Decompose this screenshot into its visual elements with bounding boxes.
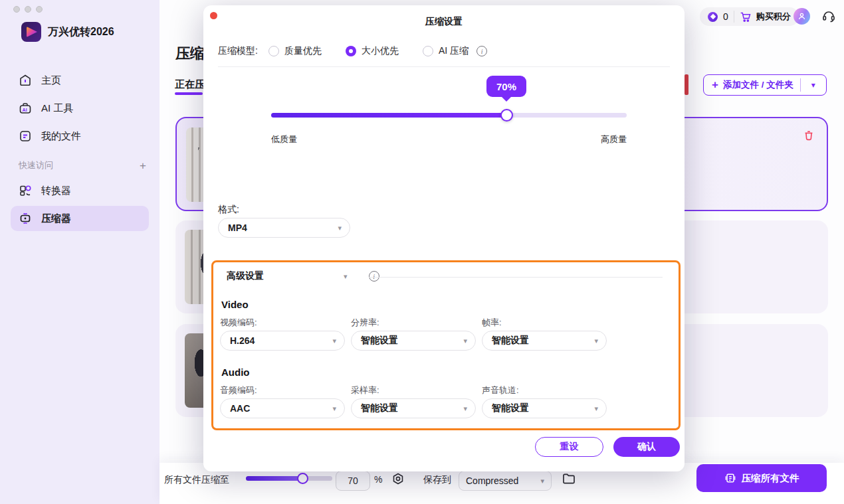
credits-pill[interactable]: 0 购买积分 bbox=[700, 7, 799, 26]
chevron-down-icon: ▾ bbox=[463, 337, 467, 345]
percent-input[interactable] bbox=[336, 471, 370, 491]
quick-access-label: 快速访问 bbox=[19, 159, 53, 171]
minimize-window-icon[interactable] bbox=[25, 6, 31, 13]
compression-settings-dialog: 压缩设置 压缩模型: 质量优先 大小优先 AI 压缩 i 70% 低质量 高质量… bbox=[203, 5, 685, 471]
converter-icon bbox=[19, 184, 32, 197]
resolution-label: 分辨率: bbox=[351, 317, 379, 329]
confirm-button[interactable]: 确认 bbox=[613, 437, 680, 457]
window-controls[interactable] bbox=[13, 6, 45, 13]
sidebar-item-my-files[interactable]: 我的文件 bbox=[11, 124, 149, 149]
audio-section-title: Audio bbox=[221, 367, 250, 378]
sidebar-item-home[interactable]: 主页 bbox=[11, 68, 149, 93]
radio-size-first[interactable]: 大小优先 bbox=[346, 45, 399, 57]
chevron-down-icon: ▾ bbox=[338, 224, 342, 232]
sidebar-item-label: 压缩器 bbox=[41, 212, 71, 225]
radio-label: AI 压缩 bbox=[439, 45, 469, 57]
close-window-icon[interactable] bbox=[13, 6, 20, 13]
chevron-down-icon: ▾ bbox=[540, 477, 544, 485]
quick-access-add-icon[interactable]: + bbox=[140, 160, 146, 171]
sidebar-item-label: 我的文件 bbox=[41, 130, 81, 143]
samplerate-value: 智能设置 bbox=[361, 402, 463, 414]
percent-sign: % bbox=[374, 474, 382, 485]
settings-icon[interactable] bbox=[391, 472, 405, 487]
radio-icon[interactable] bbox=[423, 46, 433, 56]
save-to-label: 保存到 bbox=[423, 474, 451, 486]
audiotrack-select[interactable]: 智能设置 ▾ bbox=[482, 398, 607, 418]
compress-file-icon bbox=[724, 472, 736, 484]
stop-button-edge[interactable] bbox=[685, 74, 688, 95]
info-icon[interactable]: i bbox=[369, 271, 379, 282]
radio-ai-compress[interactable]: AI 压缩 bbox=[423, 45, 469, 57]
audio-codec-select[interactable]: AAC ▾ bbox=[220, 398, 345, 418]
chevron-down-icon: ▾ bbox=[594, 404, 598, 413]
sidebar-item-label: 主页 bbox=[41, 74, 61, 87]
cart-icon bbox=[740, 11, 751, 23]
sidebar: 万兴优转2026 主页 AI AI 工具 我的文件 快速访问 + 转换器 压缩器 bbox=[0, 0, 159, 504]
headset-icon bbox=[821, 9, 836, 23]
slider-handle[interactable] bbox=[297, 473, 308, 484]
trash-icon[interactable] bbox=[803, 129, 815, 141]
radio-label: 大小优先 bbox=[362, 45, 399, 57]
ai-tools-icon: AI bbox=[19, 102, 32, 115]
plus-icon: + bbox=[712, 78, 718, 92]
audio-codec-label: 音频编码: bbox=[220, 384, 257, 396]
folder-icon[interactable] bbox=[562, 471, 576, 486]
framerate-value: 智能设置 bbox=[492, 335, 594, 347]
tab-underline bbox=[175, 92, 203, 95]
compression-model-label: 压缩模型: bbox=[218, 45, 258, 57]
sidebar-item-ai-tools[interactable]: AI AI 工具 bbox=[11, 96, 149, 121]
chevron-down-icon: ▾ bbox=[594, 337, 598, 345]
dialog-title: 压缩设置 bbox=[203, 16, 685, 28]
audiotrack-value: 智能设置 bbox=[492, 402, 594, 414]
audiotrack-label: 声音轨道: bbox=[482, 384, 519, 396]
compressor-icon bbox=[19, 212, 32, 225]
format-select[interactable]: MP4 ▾ bbox=[218, 218, 350, 238]
sidebar-item-converter[interactable]: 转换器 bbox=[11, 178, 149, 203]
page-title: 压缩 bbox=[175, 44, 205, 64]
slider-handle[interactable] bbox=[500, 109, 513, 122]
advanced-settings-label[interactable]: 高级设置 bbox=[227, 270, 264, 282]
radio-icon[interactable] bbox=[268, 46, 279, 56]
my-files-icon bbox=[19, 129, 32, 143]
advanced-settings-panel: 高级设置 ▾ i Video 视频编码: 分辨率: 帧率: H.264 ▾ 智能… bbox=[211, 260, 681, 430]
radio-selected-icon[interactable] bbox=[346, 46, 356, 56]
compress-all-button[interactable]: 压缩所有文件 bbox=[696, 464, 827, 492]
radio-quality-first[interactable]: 质量优先 bbox=[268, 45, 322, 57]
video-codec-select[interactable]: H.264 ▾ bbox=[220, 331, 345, 351]
chevron-down-icon: ▾ bbox=[463, 404, 467, 413]
format-label: 格式: bbox=[218, 204, 239, 216]
video-section-title: Video bbox=[221, 299, 249, 310]
user-avatar[interactable] bbox=[793, 8, 810, 25]
buy-credits-label[interactable]: 购买积分 bbox=[756, 11, 791, 23]
samplerate-select[interactable]: 智能设置 ▾ bbox=[351, 398, 476, 418]
reset-button[interactable]: 重设 bbox=[535, 437, 603, 457]
svg-text:AI: AI bbox=[23, 108, 27, 112]
compress-all-label: 压缩所有文件 bbox=[742, 472, 799, 485]
samplerate-label: 采样率: bbox=[351, 384, 379, 396]
divider bbox=[369, 277, 663, 278]
chevron-down-icon: ▾ bbox=[332, 337, 336, 345]
maximize-window-icon[interactable] bbox=[36, 6, 43, 13]
info-icon[interactable]: i bbox=[476, 46, 487, 56]
framerate-label: 帧率: bbox=[482, 317, 502, 329]
compress-percent-slider[interactable] bbox=[246, 476, 332, 481]
user-icon bbox=[797, 12, 806, 21]
sidebar-item-compressor[interactable]: 压缩器 bbox=[11, 206, 149, 231]
video-codec-label: 视频编码: bbox=[220, 317, 257, 329]
add-files-label: 添加文件 / 文件夹 bbox=[723, 79, 793, 91]
divider bbox=[218, 66, 670, 67]
pill-divider bbox=[734, 11, 734, 23]
add-files-button[interactable]: + 添加文件 / 文件夹 ▾ bbox=[703, 74, 827, 96]
framerate-select[interactable]: 智能设置 ▾ bbox=[482, 331, 607, 351]
sidebar-item-label: AI 工具 bbox=[41, 102, 73, 115]
credits-count: 0 bbox=[723, 11, 728, 22]
resolution-select[interactable]: 智能设置 ▾ bbox=[351, 331, 476, 351]
save-folder-select[interactable]: Compressed ▾ bbox=[459, 471, 552, 491]
chevron-down-icon[interactable]: ▾ bbox=[344, 272, 348, 281]
chevron-down-icon[interactable]: ▾ bbox=[801, 80, 826, 90]
app-logo-icon bbox=[21, 22, 41, 42]
home-icon bbox=[19, 74, 32, 87]
support-button[interactable] bbox=[821, 9, 836, 26]
format-value: MP4 bbox=[228, 222, 338, 233]
quality-slider[interactable] bbox=[271, 113, 627, 118]
